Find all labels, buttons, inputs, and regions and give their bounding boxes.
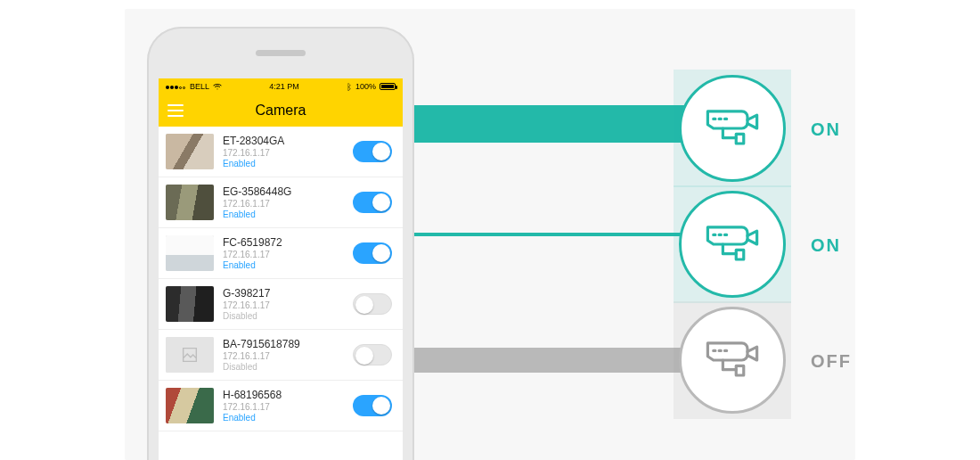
phone-speaker — [256, 50, 306, 56]
camera-name: H-68196568 — [223, 389, 344, 401]
callout-label-1: ON — [811, 119, 841, 140]
camera-toggle[interactable] — [353, 141, 392, 162]
camera-toggle[interactable] — [353, 344, 392, 366]
camera-toggle[interactable] — [353, 192, 392, 213]
camera-toggle[interactable] — [353, 242, 392, 264]
battery-icon — [380, 83, 396, 90]
signal-dots-icon — [166, 82, 186, 91]
connector-bar-2 — [392, 233, 695, 236]
camera-name: G-398217 — [223, 287, 344, 300]
camera-ip: 172.16.1.17 — [223, 250, 344, 259]
camera-toggle[interactable] — [353, 395, 392, 416]
camera-ip: 172.16.1.17 — [223, 300, 344, 310]
camera-thumb — [166, 134, 214, 169]
camera-state: Disabled — [223, 362, 344, 372]
camera-list[interactable]: ET-28304GA 172.16.1.17 Enabled EG-358644… — [159, 127, 403, 431]
camera-state: Enabled — [223, 159, 344, 168]
bluetooth-icon: ᛒ — [347, 82, 352, 92]
list-item[interactable]: H-68196568 172.16.1.17 Enabled — [159, 381, 403, 431]
phone-screen: BELL 4:21 PM ᛒ 100% Camera ET-28304GA 17… — [159, 78, 403, 460]
camera-icon — [702, 214, 763, 275]
status-bar: BELL 4:21 PM ᛒ 100% — [159, 78, 403, 94]
camera-state: Enabled — [223, 209, 344, 219]
carrier-label: BELL — [190, 82, 209, 91]
camera-ip: 172.16.1.17 — [223, 199, 344, 209]
callout-label-2: ON — [811, 235, 841, 256]
menu-button[interactable] — [167, 104, 184, 117]
battery-pct: 100% — [355, 82, 376, 91]
camera-state: Disabled — [223, 311, 344, 321]
phone-frame: BELL 4:21 PM ᛒ 100% Camera ET-28304GA 17… — [147, 27, 414, 460]
camera-name: EG-3586448G — [223, 185, 344, 198]
camera-name: FC-6519872 — [223, 236, 344, 249]
camera-thumb — [166, 235, 214, 271]
camera-ip: 172.16.1.17 — [223, 402, 344, 412]
list-item[interactable]: BA-7915618789 172.16.1.17 Disabled — [159, 330, 403, 381]
list-item[interactable]: ET-28304GA 172.16.1.17 Enabled — [159, 127, 403, 177]
connector-bar-3 — [392, 348, 695, 373]
clock-label: 4:21 PM — [269, 82, 299, 91]
camera-badge-3 — [679, 307, 786, 414]
list-item[interactable]: EG-3586448G 172.16.1.17 Enabled — [159, 177, 403, 228]
camera-ip: 172.16.1.17 — [223, 351, 344, 361]
camera-name: BA-7915618789 — [223, 338, 344, 350]
list-item[interactable]: G-398217 172.16.1.17 Disabled — [159, 279, 403, 330]
camera-state: Enabled — [223, 413, 344, 423]
camera-thumb — [166, 388, 214, 423]
camera-badge-1 — [679, 75, 786, 182]
camera-icon — [702, 330, 763, 390]
placeholder-icon — [180, 345, 200, 365]
camera-thumb — [166, 185, 214, 220]
list-item[interactable]: FC-6519872 172.16.1.17 Enabled — [159, 228, 403, 279]
camera-thumb — [166, 286, 214, 322]
camera-name: ET-28304GA — [223, 135, 344, 147]
camera-ip: 172.16.1.17 — [223, 148, 344, 158]
camera-icon — [702, 98, 763, 159]
camera-state: Enabled — [223, 260, 344, 270]
nav-bar: Camera — [159, 94, 403, 127]
camera-thumb — [166, 337, 214, 373]
connector-bar-1 — [392, 105, 695, 143]
page-title: Camera — [256, 103, 306, 119]
wifi-icon — [213, 83, 222, 90]
callout-label-3: OFF — [811, 351, 852, 372]
camera-badge-2 — [679, 191, 786, 298]
camera-toggle[interactable] — [353, 293, 392, 315]
